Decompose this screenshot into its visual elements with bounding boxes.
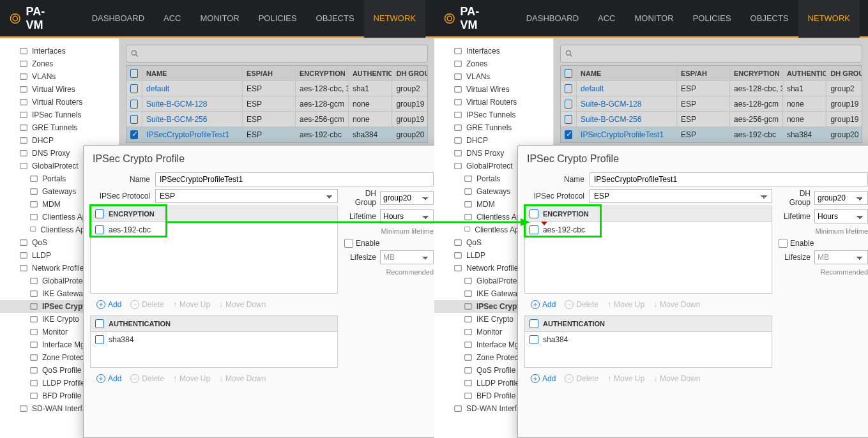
nav-item-icon [19, 98, 28, 107]
auth-row[interactable]: sha384 [91, 332, 337, 347]
encryption-movedown-button[interactable]: ↓ Move Down [650, 299, 704, 310]
svg-rect-17 [20, 240, 27, 246]
nav-objects[interactable]: OBJECTS [307, 0, 364, 38]
sidebar-item-zones[interactable]: Zones [434, 57, 553, 70]
nav-item-icon [19, 251, 28, 260]
nav-network[interactable]: NETWORK [364, 0, 425, 38]
sidebar-item-label: Network Profiles [32, 264, 88, 273]
sidebar-item-interfaces[interactable]: Interfaces [434, 45, 553, 57]
nav-dashboard[interactable]: DASHBOARD [517, 0, 588, 38]
sidebar-item-virtual-routers[interactable]: Virtual Routers [434, 96, 553, 109]
dhgroup-select[interactable]: group20 [814, 191, 868, 205]
sidebar-item-vlans[interactable]: VLANs [0, 70, 119, 83]
encryption-movedown-button[interactable]: ↓ Move Down [215, 299, 270, 310]
nav-policies[interactable]: POLICIES [683, 0, 741, 38]
min-lifetime-hint: Minimum lifetime [344, 226, 434, 236]
name-input[interactable] [155, 172, 434, 186]
encryption-select-all-checkbox[interactable] [529, 209, 538, 218]
auth-add-button[interactable]: +Add [527, 373, 560, 384]
encryption-row-checkbox[interactable] [529, 225, 538, 234]
logo: PA-VM [10, 5, 50, 32]
auth-delete-button[interactable]: −Delete [561, 373, 602, 384]
encryption-row[interactable]: aes-192-cbc [525, 222, 772, 238]
sidebar-item-gre-tunnels[interactable]: GRE Tunnels [434, 121, 553, 134]
auth-delete-button[interactable]: −Delete [126, 373, 168, 384]
auth-row-checkbox[interactable] [95, 335, 104, 344]
auth-row-checkbox[interactable] [529, 335, 538, 344]
nav-tabs: DASHBOARD ACC MONITOR POLICIES OBJECTS N… [517, 0, 860, 38]
encryption-add-button[interactable]: +Add [527, 299, 560, 310]
encryption-header: ENCRYPTION [90, 206, 338, 222]
auth-select-all-checkbox[interactable] [95, 319, 104, 328]
lifesize-select[interactable]: MB [814, 250, 868, 264]
auth-add-button[interactable]: +Add [93, 373, 125, 384]
auth-movedown-button[interactable]: ↓ Move Down [650, 373, 704, 384]
auth-row[interactable]: sha384 [525, 332, 772, 347]
nav-monitor[interactable]: MONITOR [625, 0, 683, 38]
nav-acc[interactable]: ACC [588, 0, 625, 38]
sidebar-item-interfaces[interactable]: Interfaces [0, 45, 119, 57]
nav-network[interactable]: NETWORK [798, 0, 860, 38]
svg-rect-40 [455, 112, 462, 118]
name-input[interactable] [590, 172, 868, 186]
nav-item-icon [19, 238, 28, 247]
pane-left: PA-VM DASHBOARD ACC MONITOR POLICIES OBJ… [0, 0, 434, 438]
nav-monitor[interactable]: MONITOR [190, 0, 248, 38]
nav-item-icon [464, 276, 473, 285]
nav-policies[interactable]: POLICIES [249, 0, 307, 38]
lifesize-select[interactable]: MB [380, 250, 434, 264]
encryption-select-all-checkbox[interactable] [95, 209, 104, 218]
encryption-delete-button[interactable]: −Delete [126, 299, 168, 310]
name-label: Name [524, 175, 590, 184]
encryption-moveup-button[interactable]: ↑ Move Up [604, 299, 648, 310]
lifetime-select[interactable]: Hours [380, 209, 434, 223]
encryption-row[interactable]: aes-192-cbc [91, 222, 337, 238]
encryption-add-button[interactable]: +Add [93, 299, 125, 310]
logo: PA-VM [444, 5, 485, 32]
auth-list: sha384 [90, 332, 338, 368]
encryption-list: aes-192-cbc [90, 222, 338, 294]
lifetime-select[interactable]: Hours [814, 209, 868, 223]
app-header: PA-VM DASHBOARD ACC MONITOR POLICIES OBJ… [434, 0, 868, 38]
encryption-delete-button[interactable]: −Delete [561, 299, 602, 310]
enable-checkbox[interactable] [779, 239, 788, 248]
sidebar-item-label: Virtual Routers [466, 98, 517, 107]
nav-dashboard[interactable]: DASHBOARD [82, 0, 154, 38]
sidebar-item-label: MDM [42, 200, 61, 209]
auth-movedown-button[interactable]: ↓ Move Down [215, 373, 270, 384]
svg-rect-59 [465, 355, 472, 361]
error-marker-icon [541, 222, 547, 225]
nav-item-icon [19, 136, 28, 145]
sidebar-item-virtual-wires[interactable]: Virtual Wires [0, 83, 119, 96]
auth-select-all-checkbox[interactable] [529, 319, 538, 328]
sidebar-item-vlans[interactable]: VLANs [434, 70, 553, 83]
protocol-select[interactable]: ESP [590, 189, 772, 203]
auth-moveup-button[interactable]: ↑ Move Up [169, 373, 214, 384]
nav-acc[interactable]: ACC [154, 0, 190, 38]
protocol-select[interactable]: ESP [155, 189, 338, 203]
sidebar-item-virtual-wires[interactable]: Virtual Wires [434, 83, 553, 96]
nav-item-icon [464, 391, 473, 400]
encryption-moveup-button[interactable]: ↑ Move Up [169, 299, 214, 310]
dhgroup-select[interactable]: group20 [380, 191, 434, 205]
nav-item-icon [29, 276, 38, 285]
encryption-row-checkbox[interactable] [95, 225, 104, 234]
sidebar-item-label: VLANs [32, 72, 56, 81]
auth-toolbar: +Add −Delete ↑ Move Up ↓ Move Down [90, 368, 338, 389]
sidebar-item-ipsec-tunnels[interactable]: IPSec Tunnels [0, 109, 119, 121]
auth-moveup-button[interactable]: ↑ Move Up [604, 373, 648, 384]
sidebar-item-virtual-routers[interactable]: Virtual Routers [0, 96, 119, 109]
brand-text: PA-VM [461, 5, 485, 32]
sidebar-item-label: QoS [466, 238, 482, 247]
sidebar-item-gre-tunnels[interactable]: GRE Tunnels [0, 121, 119, 134]
nav-item-icon [464, 187, 473, 196]
nav-item-icon [19, 404, 28, 413]
enable-checkbox[interactable] [344, 239, 353, 248]
nav-item-icon [464, 328, 473, 336]
sidebar-item-ipsec-tunnels[interactable]: IPSec Tunnels [434, 109, 553, 121]
sidebar-item-label: MDM [476, 200, 495, 209]
dialog-title: IPSec Crypto Profile [84, 146, 434, 172]
lifetime-label: Lifetime [779, 212, 814, 221]
nav-objects[interactable]: OBJECTS [741, 0, 798, 38]
sidebar-item-zones[interactable]: Zones [0, 57, 119, 70]
